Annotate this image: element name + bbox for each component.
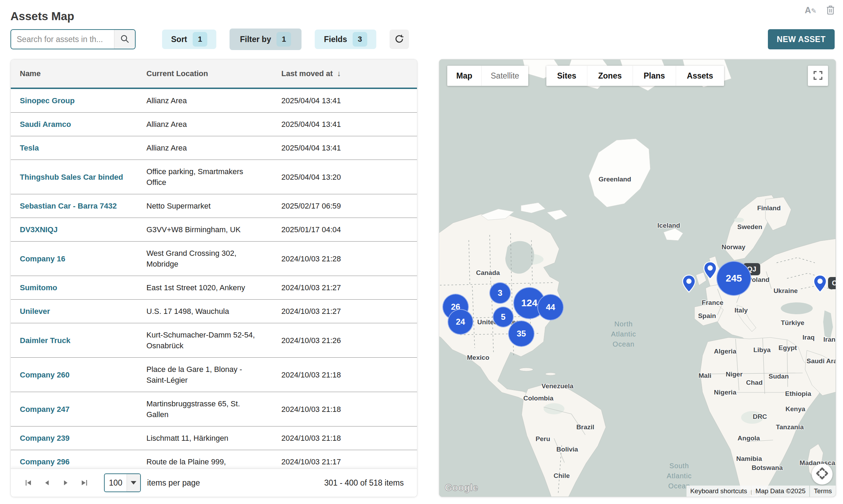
map-cluster[interactable]: 44 [537,294,564,320]
pagination-bar: 100 items per page 301 - 400 of 518 item… [11,469,417,497]
asset-last-moved: 2024/10/03 21:17 [281,456,417,467]
assets-map[interactable]: GreenlandIcelandFinlandSwedenNorwayCanad… [439,59,836,497]
map-tab-plans[interactable]: Plans [633,66,676,86]
map-country-label: Niger [726,371,743,378]
asset-name-link[interactable]: Saudi Aramco [11,119,146,130]
chip-sort[interactable]: Sort1 [162,30,216,49]
asset-name-link[interactable]: Company 247 [11,404,146,415]
fullscreen-button[interactable] [808,66,828,86]
chip-count-badge: 3 [353,32,367,47]
asset-location: G3VV+W8 Birmingham, UK [146,224,281,235]
asset-last-moved: 2024/10/03 21:18 [281,404,417,415]
google-logo[interactable]: Google [445,482,478,493]
map-country-label: Sudan [769,373,789,380]
first-page-button[interactable] [21,476,35,490]
map-country-label: Iran [824,336,836,343]
asset-name-link[interactable]: Daimler Truck [11,335,146,346]
map-type-control: MapSatellite [447,66,528,86]
chip-label: Fields [324,35,347,44]
search-button[interactable] [114,30,135,49]
map-tab-assets[interactable]: Assets [676,66,724,86]
filter-chips: Sort1Filter by1Fields3 [149,29,376,50]
map-attribution: Keyboard shortcutsMap Data ©2025Terms [687,486,836,497]
refresh-button[interactable] [390,30,409,49]
map-country-label: Türkiye [781,319,804,327]
search-input[interactable] [11,30,114,49]
chevron-down-icon [127,474,140,491]
map-country-label: Saudi Arabia [806,357,836,365]
asset-name-link[interactable]: DV3XNIQJ [11,224,146,235]
map-tab-sites[interactable]: Sites [546,66,587,86]
asset-last-moved: 2025/04/04 13:41 [281,119,417,130]
asset-name-link[interactable]: Company 239 [11,433,146,444]
map-country-label: DRC [753,413,767,421]
asset-name-link[interactable]: Sebastian Car - Barra 7432 [11,201,146,211]
fullscreen-icon [813,71,823,81]
chip-filter-by[interactable]: Filter by1 [230,29,302,50]
header-actions: A✎ [805,5,835,15]
map-pin[interactable] [813,275,827,294]
asset-name-link[interactable]: Unilever [11,306,146,317]
next-page-button[interactable] [59,476,73,490]
table-row: Saudi AramcoAllianz Area2025/04/04 13:41 [11,113,417,136]
attribution-item[interactable]: Map Data ©2025 [752,486,809,497]
map-cluster[interactable]: 5 [493,307,514,327]
map-type-map[interactable]: Map [447,66,481,86]
asset-name-link[interactable]: Sinopec Group [11,95,146,106]
attribution-item[interactable]: Terms [810,486,836,497]
asset-location: Place de la Gare 1, Blonay - Saint-Légie… [146,364,281,385]
asset-location: Office parking, Smartmakers Office [146,166,281,188]
column-name[interactable]: Name [11,69,146,78]
map-country-label: Colombia [523,395,554,402]
asset-last-moved: 2025/02/17 06:59 [281,201,417,211]
map-country-label: Namibia [736,455,762,463]
asset-name-link[interactable]: Company 16 [11,253,146,264]
asset-location: Kurt-Schumacher-Damm 52-54, Osnabrück [146,330,281,351]
column-last-moved[interactable]: Last moved at↓ [281,69,417,78]
map-pin[interactable] [703,261,717,281]
table-body: Sinopec GroupAllianz Area2025/04/04 13:4… [11,89,417,474]
attribution-item[interactable]: Keyboard shortcuts [687,486,751,497]
map-country-label: Peru [536,435,550,443]
column-current-location[interactable]: Current Location [146,69,281,78]
asset-name-link[interactable]: Company 260 [11,369,146,380]
page-size-select[interactable]: 100 [104,473,141,492]
table-row: TeslaAllianz Area2025/04/04 13:41 [11,136,417,160]
asset-name-link[interactable]: Company 296 [11,456,146,467]
asset-last-moved: 2024/10/03 21:26 [281,335,417,346]
map-cluster[interactable]: 35 [508,320,535,347]
map-type-satellite[interactable]: Satellite [481,66,528,86]
asset-name-link[interactable]: Sumitomo [11,282,146,293]
map-cluster[interactable]: 245 [716,261,751,296]
pan-control[interactable] [812,464,833,485]
asset-location: U.S. 17 1498, Wauchula [146,306,281,317]
items-per-page-label: items per page [147,478,200,488]
map-pin[interactable] [682,275,696,294]
asset-location: Allianz Area [146,143,281,153]
table-header: Name Current Location Last moved at↓ [11,59,417,89]
map-country-label: Egypt [779,344,797,352]
asset-last-moved: 2025/04/04 13:41 [281,143,417,153]
chip-fields[interactable]: Fields3 [315,30,376,49]
asset-last-moved: 2024/10/03 21:18 [281,433,417,444]
map-country-label: Chad [746,379,763,387]
table-row: Company 247Martinsbruggstrasse 65, St. G… [11,392,417,426]
asset-name-link[interactable]: Tesla [11,143,146,153]
map-cluster[interactable]: 3 [489,282,511,304]
asset-location: Martinsbruggstrasse 65, St. Gallen [146,398,281,420]
asset-location: Netto Supermarket [146,201,281,211]
last-page-button[interactable] [78,476,91,490]
map-cluster[interactable]: 24 [448,309,473,335]
prev-page-button[interactable] [40,476,54,490]
map-asset-tag[interactable]: C [828,277,836,289]
map-tab-zones[interactable]: Zones [587,66,633,86]
asset-last-moved: 2024/10/03 21:27 [281,306,417,317]
map-country-label: Iceland [657,222,680,229]
asset-location: Allianz Area [146,119,281,130]
trash-icon[interactable] [826,5,835,15]
rename-icon[interactable]: A✎ [805,5,817,15]
map-country-label: France [702,299,723,307]
asset-name-link[interactable]: Thingshub Sales Car binded [11,172,146,182]
new-asset-button[interactable]: NEW ASSET [768,29,835,49]
map-country-label: Mexico [467,354,489,361]
